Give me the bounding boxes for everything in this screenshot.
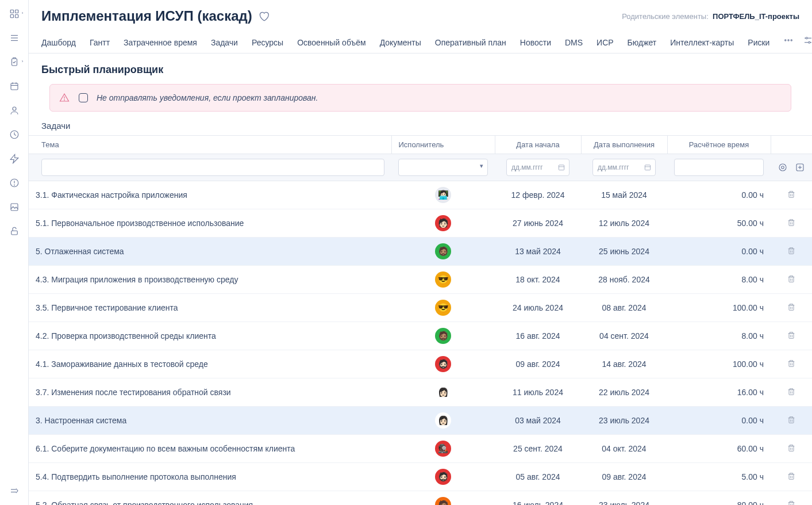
filter-settings-icon[interactable] bbox=[803, 35, 812, 45]
trash-icon[interactable] bbox=[787, 472, 796, 481]
tab-13[interactable]: Риски bbox=[748, 32, 769, 53]
trash-icon[interactable] bbox=[787, 218, 796, 227]
rail-list[interactable] bbox=[6, 31, 22, 45]
cell-topic: 3. Настроенная система bbox=[29, 407, 391, 435]
cell-start: 25 сент. 2024 bbox=[495, 435, 581, 463]
rail-expand[interactable] bbox=[6, 484, 22, 498]
trash-icon[interactable] bbox=[787, 387, 796, 396]
cell-est: 0.00 ч bbox=[667, 181, 771, 209]
svg-point-26 bbox=[806, 37, 808, 39]
trash-icon[interactable] bbox=[787, 359, 796, 368]
tab-6[interactable]: Документы bbox=[380, 32, 421, 53]
table-row[interactable]: 3.5. Первичное тестирование клиента😎24 и… bbox=[29, 294, 812, 322]
filter-due-date[interactable]: дд.мм.гггг bbox=[592, 159, 656, 176]
cell-assignee: 👩🏻 bbox=[391, 407, 495, 435]
table-row[interactable]: 5. Отлаженная система🧔🏽13 май 202425 июн… bbox=[29, 238, 812, 266]
cell-topic: 3.5. Первичное тестирование клиента bbox=[29, 294, 391, 322]
notification-alert: Не отправлять уведомления, если проект з… bbox=[49, 84, 791, 112]
svg-point-24 bbox=[791, 40, 792, 41]
tab-9[interactable]: DMS bbox=[565, 32, 583, 53]
rail-clipboard[interactable]: › bbox=[6, 55, 22, 69]
filter-start-date[interactable]: дд.мм.гггг bbox=[506, 159, 569, 176]
table-row[interactable]: 3.7. Изменения после тестирования обратн… bbox=[29, 378, 812, 407]
cell-est: 8.00 ч bbox=[667, 322, 771, 350]
svg-rect-1 bbox=[15, 10, 18, 13]
tab-11[interactable]: Бюджет bbox=[628, 32, 657, 53]
tab-5[interactable]: Освоенный объём bbox=[297, 32, 365, 53]
tab-10[interactable]: ИСР bbox=[597, 32, 614, 53]
warning-icon bbox=[59, 93, 70, 103]
suppress-notifications-checkbox[interactable] bbox=[79, 93, 88, 102]
cell-topic: 6.1. Соберите документацию по всем важны… bbox=[29, 435, 391, 463]
rail-calendar[interactable] bbox=[6, 79, 22, 93]
trash-icon[interactable] bbox=[787, 500, 796, 506]
more-icon[interactable] bbox=[783, 35, 794, 45]
calendar-small-icon bbox=[557, 163, 565, 171]
cell-est: 60.00 ч bbox=[667, 435, 771, 463]
table-row[interactable]: 3.1. Фактическая настройка приложения👩🏻‍… bbox=[29, 181, 812, 209]
rail-dashboard[interactable]: › bbox=[6, 7, 22, 21]
cell-start: 05 авг. 2024 bbox=[495, 463, 581, 491]
table-row[interactable]: 5.2. Обратная связь от производственного… bbox=[29, 491, 812, 506]
trash-icon[interactable] bbox=[787, 274, 796, 284]
alert-circle-icon bbox=[9, 178, 20, 188]
tab-2[interactable]: Затраченное время bbox=[124, 32, 197, 53]
svg-point-36 bbox=[782, 166, 784, 169]
filter-start-placeholder: дд.мм.гггг bbox=[511, 163, 543, 171]
table-row[interactable]: 4.3. Миграция приложения в производствен… bbox=[29, 266, 812, 294]
cell-topic: 3.7. Изменения после тестирования обратн… bbox=[29, 378, 391, 407]
filter-topic-input[interactable] bbox=[41, 159, 384, 176]
cell-topic: 4.3. Миграция приложения в производствен… bbox=[29, 266, 391, 294]
target-icon[interactable] bbox=[778, 162, 788, 173]
trash-icon[interactable] bbox=[787, 331, 796, 340]
trash-icon[interactable] bbox=[787, 190, 796, 199]
table-row[interactable]: 5.1. Первоначальное производственное исп… bbox=[29, 209, 812, 238]
rail-alert[interactable] bbox=[6, 176, 22, 190]
trash-icon[interactable] bbox=[787, 246, 796, 255]
table-row[interactable]: 5.4. Подтвердить выполнение протокола вы… bbox=[29, 463, 812, 491]
tab-12[interactable]: Интеллект-карты bbox=[670, 32, 734, 53]
trash-icon[interactable] bbox=[787, 303, 796, 312]
cell-topic: 4.1. Замораживание данных в тестовой сре… bbox=[29, 350, 391, 378]
tab-7[interactable]: Оперативный план bbox=[435, 32, 506, 53]
cell-est: 0.00 ч bbox=[667, 238, 771, 266]
table-row[interactable]: 4.1. Замораживание данных в тестовой сре… bbox=[29, 350, 812, 378]
filter-est-input[interactable] bbox=[674, 159, 764, 176]
cell-delete bbox=[771, 378, 812, 407]
cell-due: 09 авг. 2024 bbox=[581, 463, 667, 491]
col-start: Дата начала bbox=[495, 136, 581, 154]
cell-est: 80.00 ч bbox=[667, 491, 771, 506]
parent-link[interactable]: ПОРТФЕЛЬ_IT-проекты bbox=[713, 12, 799, 21]
trash-icon[interactable] bbox=[787, 443, 796, 453]
cell-delete bbox=[771, 491, 812, 506]
add-icon[interactable] bbox=[795, 162, 805, 173]
cell-topic: 5.4. Подтвердить выполнение протокола вы… bbox=[29, 463, 391, 491]
svg-rect-40 bbox=[789, 192, 794, 197]
tab-4[interactable]: Ресурсы bbox=[252, 32, 283, 53]
rail-user[interactable] bbox=[6, 104, 22, 117]
cell-start: 24 июль 2024 bbox=[495, 294, 581, 322]
cell-due: 12 июль 2024 bbox=[581, 209, 667, 238]
trash-icon[interactable] bbox=[787, 415, 796, 424]
table-row[interactable]: 3. Настроенная система👩🏻03 май 202423 ию… bbox=[29, 407, 812, 435]
rail-bolt[interactable] bbox=[6, 152, 22, 166]
cell-est: 16.00 ч bbox=[667, 378, 771, 407]
tab-8[interactable]: Новости bbox=[520, 32, 551, 53]
filter-assignee-select[interactable] bbox=[398, 159, 488, 176]
svg-rect-58 bbox=[789, 361, 794, 366]
table-row[interactable]: 6.1. Соберите документацию по всем важны… bbox=[29, 435, 812, 463]
rail-clock[interactable] bbox=[6, 128, 22, 141]
cell-delete bbox=[771, 181, 812, 209]
svg-rect-0 bbox=[10, 10, 13, 13]
rail-lock[interactable] bbox=[6, 224, 22, 238]
tab-0[interactable]: Дашборд bbox=[41, 32, 76, 53]
cell-due: 04 окт. 2024 bbox=[581, 435, 667, 463]
tab-1[interactable]: Гантт bbox=[90, 32, 110, 53]
cell-delete bbox=[771, 238, 812, 266]
rail-image[interactable] bbox=[6, 200, 22, 214]
col-topic: Тема bbox=[29, 136, 391, 154]
cell-due: 15 май 2024 bbox=[581, 181, 667, 209]
tab-3[interactable]: Задачи bbox=[211, 32, 238, 53]
table-row[interactable]: 4.2. Проверка производственной среды кли… bbox=[29, 322, 812, 350]
favorite-icon[interactable] bbox=[258, 10, 270, 22]
